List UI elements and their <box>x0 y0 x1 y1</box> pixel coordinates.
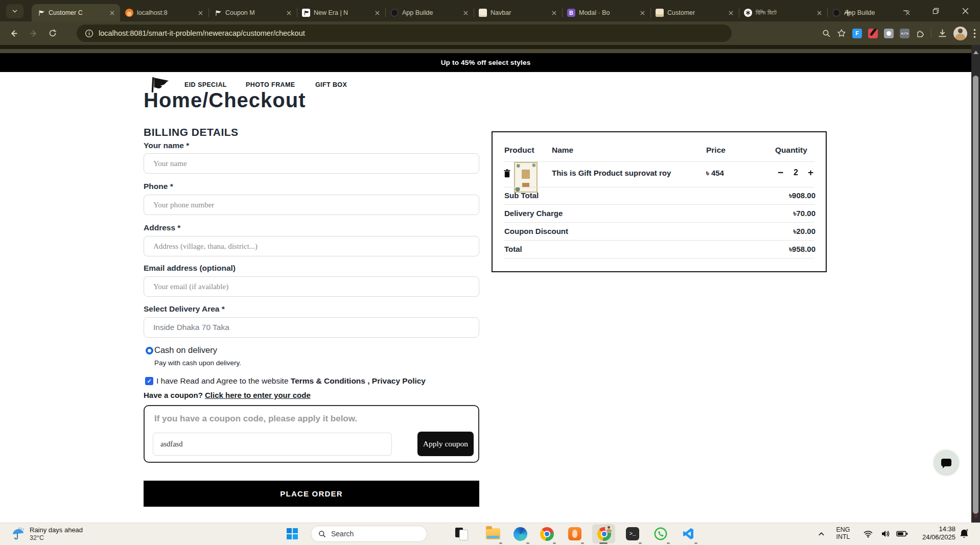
taskbar-clock[interactable]: 14:38 24/06/2025 <box>922 525 955 541</box>
chrome-icon <box>597 527 611 541</box>
site-info-icon[interactable] <box>85 29 94 38</box>
tab-close-icon[interactable] <box>196 9 204 17</box>
language-indicator[interactable]: ENG INTL <box>833 526 853 540</box>
tab-customer-2[interactable]: Customer <box>650 4 739 21</box>
taskbar-terminal[interactable]: >_ <box>625 526 640 541</box>
weather-headline[interactable]: Rainy days ahead <box>30 526 83 534</box>
profile-avatar[interactable] <box>953 27 967 40</box>
notification-bell-icon[interactable]: z <box>956 526 972 541</box>
downloads-icon[interactable] <box>938 29 947 38</box>
tab-close-icon[interactable] <box>550 9 558 17</box>
coupon-question: Have a coupon? Click here to enter your … <box>144 391 311 399</box>
extensions-puzzle-icon[interactable] <box>916 29 925 38</box>
nav-eid-special[interactable]: EID SPECIAL <box>184 81 227 88</box>
bookmark-star-icon[interactable] <box>837 29 846 38</box>
delivery-area-select[interactable]: Inside Dhaka 70 Taka <box>144 317 479 338</box>
tab-close-icon[interactable] <box>108 9 116 17</box>
close-window-button[interactable] <box>950 0 980 21</box>
maximize-button[interactable] <box>921 0 950 21</box>
terms-checkbox[interactable]: ✓ <box>145 377 153 385</box>
scrollbar-down-arrow[interactable] <box>973 515 978 518</box>
taskbar-edge[interactable] <box>512 526 528 541</box>
forward-button[interactable] <box>24 23 43 43</box>
running-indicator <box>581 542 584 544</box>
tab-close-icon[interactable] <box>285 9 293 17</box>
tab-close-icon[interactable] <box>727 9 735 17</box>
taskbar-xampp[interactable] <box>567 526 582 541</box>
folder-icon <box>486 528 500 539</box>
scrollbar-thumb[interactable] <box>973 76 978 514</box>
xampp-icon <box>568 527 581 540</box>
taskbar-chrome[interactable] <box>539 526 554 541</box>
tab-modal-bootstrap[interactable]: B Modal · Bo <box>562 4 650 21</box>
running-indicator <box>526 542 529 544</box>
tab-navbar[interactable]: Navbar <box>474 4 562 21</box>
search-tabs-icon[interactable] <box>822 29 831 38</box>
tab-list: Customer C localhost:8 Coupon M New E <box>32 4 916 21</box>
back-button[interactable] <box>4 23 24 43</box>
taskbar-search[interactable]: Search <box>311 526 427 542</box>
tab-coupon[interactable]: Coupon M <box>208 4 297 21</box>
tab-billing-details[interactable]: বিলিং ডিটে <box>739 4 827 21</box>
tab-close-icon[interactable] <box>461 9 470 17</box>
toolbar-actions: F </> <box>822 25 976 42</box>
start-button[interactable] <box>285 526 300 541</box>
quantity-increase-button[interactable]: + <box>808 167 813 178</box>
name-input[interactable] <box>144 153 479 174</box>
profile-mini-avatar <box>605 525 613 533</box>
weather-widget[interactable] <box>11 526 27 541</box>
tab-localhost[interactable]: localhost:8 <box>120 4 208 21</box>
phone-input[interactable] <box>144 195 479 215</box>
running-indicator <box>694 542 697 544</box>
terms-privacy-links[interactable]: Terms & Conditions , Privacy Policy <box>291 376 426 385</box>
coupon-toggle-link[interactable]: Click here to enter your code <box>205 391 311 399</box>
extension-camera-icon[interactable] <box>884 29 894 38</box>
taskbar-vscode[interactable] <box>681 526 696 541</box>
remove-item-button[interactable] <box>503 169 511 178</box>
tray-chevron-up[interactable] <box>813 526 829 541</box>
taskbar-app-snip[interactable] <box>454 526 469 541</box>
clock-date: 24/06/2025 <box>922 533 955 541</box>
place-order-button[interactable]: PLACE ORDER <box>144 481 479 507</box>
col-name: Name <box>552 146 573 155</box>
wifi-icon[interactable] <box>860 526 876 541</box>
tab-close-icon[interactable] <box>815 9 823 17</box>
extension-f-icon[interactable]: F <box>852 29 862 38</box>
minimize-button[interactable] <box>891 0 921 21</box>
battery-icon[interactable] <box>895 526 910 541</box>
tab-customer-checkout[interactable]: Customer C <box>32 4 120 21</box>
nav-photo-frame[interactable]: PHOTO FRAME <box>246 81 295 88</box>
newera-flag-icon <box>37 9 45 17</box>
url-bar[interactable]: localhost:8081/smart-it-problem/neweraca… <box>77 25 732 42</box>
kebab-menu-icon[interactable] <box>973 29 976 38</box>
scrollbar-up-arrow[interactable] <box>973 51 978 54</box>
cash-on-delivery-radio[interactable] <box>146 347 153 354</box>
nav-gift-box[interactable]: GIFT BOX <box>315 81 347 88</box>
product-name: This is Gift Product suprovat roy <box>552 169 671 177</box>
email-input[interactable] <box>144 276 479 297</box>
taskbar-file-explorer[interactable] <box>485 526 501 541</box>
divider <box>504 161 814 162</box>
col-price: Price <box>706 146 726 155</box>
quantity-decrease-button[interactable]: − <box>778 167 783 178</box>
tab-close-icon[interactable] <box>373 9 381 17</box>
promo-banner-text: Up to 45% off select styles <box>441 59 531 66</box>
address-input[interactable] <box>144 236 479 256</box>
apply-coupon-button[interactable]: Apply coupon <box>417 432 474 456</box>
url-text: localhost:8081/smart-it-problem/neweraca… <box>99 29 305 37</box>
chat-widget-button[interactable] <box>934 450 959 475</box>
tab-new-era[interactable]: New Era | N <box>297 4 385 21</box>
tab-app-builder-1[interactable]: App Builde <box>385 4 474 21</box>
taskbar-chrome-profile[interactable] <box>596 526 612 541</box>
extension-pen-icon[interactable] <box>868 29 878 38</box>
document-icon <box>479 9 487 17</box>
reload-button[interactable] <box>43 23 62 43</box>
coupon-code-input[interactable] <box>153 433 392 456</box>
tab-close-icon[interactable] <box>638 9 646 17</box>
extension-code-icon[interactable]: </> <box>900 29 909 38</box>
volume-icon[interactable] <box>878 526 893 541</box>
tab-title: Customer C <box>49 9 104 16</box>
taskbar-whatsapp[interactable] <box>653 526 668 541</box>
tab-search-button[interactable] <box>6 4 24 18</box>
new-tab-button[interactable] <box>840 5 855 20</box>
